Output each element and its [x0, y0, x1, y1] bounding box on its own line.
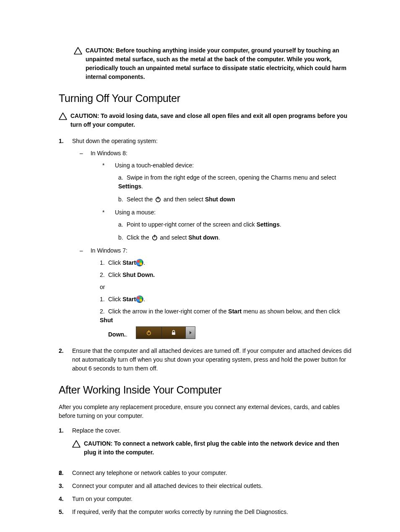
list-item: Using a mouse: a.Point to upper-right co… [102, 208, 352, 242]
bold-term: Down. [108, 330, 126, 339]
step-number: 5. [59, 508, 72, 516]
shutdown-menu-image [136, 326, 195, 339]
caution-triangle-icon [72, 440, 81, 450]
caution-block-section1: CAUTION: To avoid losing data, save and … [59, 112, 352, 129]
list-item: a.Point to upper-right corner of the scr… [118, 220, 352, 229]
step-text: Connect any telephone or network cables … [72, 469, 227, 476]
list-item: 2. Ensure that the computer and all atta… [59, 347, 352, 373]
os-label: In Windows 8: [91, 150, 127, 156]
step-text: Click [108, 271, 122, 278]
step-number: 1. [59, 426, 72, 464]
step-text: Swipe in from the right edge of the scre… [127, 174, 336, 181]
bold-term: Shut [100, 317, 113, 323]
step-number: 3. [59, 482, 72, 490]
caution-text: CAUTION: To avoid losing data, save and … [70, 112, 352, 129]
list-item: 4. Turn on your computer. [59, 495, 352, 503]
bold-term: Settings [118, 183, 141, 190]
bold-term: Start [122, 259, 136, 266]
list-item: 1. Shut down the operating system: In Wi… [59, 137, 352, 342]
list-item: 2.Click the arrow in the lower-right cor… [100, 307, 352, 339]
power-button-icon [136, 327, 162, 339]
step-letter: b. [118, 233, 127, 242]
bold-term: Start [228, 308, 242, 315]
list-item: b.Click the and select Shut down. [118, 233, 352, 242]
step-text: . [143, 259, 145, 266]
list-item: a.Swipe in from the right edge of the sc… [118, 173, 352, 191]
list-item: 1.Click Start. [100, 295, 352, 304]
step-text: and select [158, 234, 189, 241]
start-orb-icon [136, 295, 143, 303]
section-title-after-working: After Working Inside Your Computer [59, 382, 352, 398]
step-text: Replace the cover. [72, 427, 121, 434]
arrow-right-icon [186, 327, 195, 339]
step-letter: b. [118, 195, 127, 204]
step-text: Click [108, 296, 122, 303]
bold-term: Shut Down. [122, 271, 155, 278]
step-text: Click the [127, 234, 151, 241]
bold-term: Shut down [205, 196, 235, 203]
list-item: In Windows 7: 1.Click Start. 2.Click Shu… [81, 246, 352, 339]
list-item: 2. Connect any telephone or network cabl… [59, 469, 352, 477]
list-item: 2.Click Shut Down. [100, 271, 352, 279]
step-number: 4. [59, 495, 72, 503]
caution-triangle-icon [59, 112, 67, 123]
lettered-list: a.Point to upper-right corner of the scr… [118, 220, 352, 242]
step-text: Ensure that the computer and all attache… [72, 347, 351, 372]
power-icon [154, 196, 162, 203]
step-text: Connect your computer and all attached d… [72, 482, 262, 489]
step-text: Click [108, 259, 122, 266]
svg-rect-6 [172, 332, 175, 335]
step-number: 2. [100, 271, 108, 279]
step-text: . [218, 234, 220, 241]
step-number: 2. [59, 347, 72, 373]
inner-num-list: 1.Click Start. 2.Click the arrow in the … [100, 295, 352, 339]
step-number: 2. [100, 307, 108, 316]
step-text: and then select [162, 196, 205, 203]
method-list: Using a touch-enabled device: a.Swipe in… [102, 161, 352, 242]
step-number: 1. [100, 295, 108, 304]
step-number: 1. [100, 258, 108, 267]
list-item: 5. If required, verify that the computer… [59, 508, 352, 516]
lettered-list: a.Swipe in from the right edge of the sc… [118, 173, 352, 204]
list-item: Using a touch-enabled device: a.Swipe in… [102, 161, 352, 204]
step-text: Point to upper-right corner of the scree… [127, 221, 257, 228]
list-item: 3. Connect your computer and all attache… [59, 482, 352, 490]
list-item: 1. Replace the cover. CAUTION: To connec… [59, 426, 352, 464]
inner-num-list: 1.Click Start. 2.Click Shut Down. [100, 258, 352, 279]
caution-block-section2: CAUTION: To connect a network cable, fir… [72, 439, 352, 457]
power-icon [151, 234, 158, 241]
bold-term: Shut down [188, 234, 218, 241]
caution-text: CAUTION: Before touching anything inside… [86, 46, 352, 81]
method-label: Using a touch-enabled device: [115, 162, 194, 169]
step-text: menu as shown below, and then click [242, 308, 340, 315]
ordered-list-section2: 1. Replace the cover. CAUTION: To connec… [59, 426, 352, 516]
step-text: Select the [127, 196, 154, 203]
or-label: or [100, 283, 352, 292]
step-text: . [143, 296, 145, 303]
step-text: Turn on your computer. [72, 495, 132, 502]
step-text: If required, verify that the computer wo… [72, 509, 288, 515]
step-text: . [280, 221, 281, 228]
step-letter: a. [118, 220, 127, 229]
caution-text: CAUTION: To connect a network cable, fir… [84, 439, 352, 457]
step-text: . [141, 183, 143, 190]
intro-paragraph: After you complete any replacement proce… [59, 403, 352, 420]
page-number: 6 [59, 469, 62, 477]
step-number: 1. [59, 137, 72, 342]
start-orb-icon [136, 259, 143, 266]
section-title-turning-off: Turning Off Your Computer [59, 91, 352, 107]
bold-term: Settings [257, 221, 280, 228]
step-text: Click the arrow in the lower-right corne… [108, 308, 228, 315]
ordered-list-section1: 1. Shut down the operating system: In Wi… [59, 137, 352, 373]
step-text: . [126, 330, 127, 339]
os-label: In Windows 7: [91, 247, 127, 254]
caution-triangle-icon [74, 47, 82, 57]
lock-button-icon [162, 327, 186, 339]
step-text: Shut down the operating system: [72, 138, 158, 144]
list-item: b.Select the and then select Shut down [118, 195, 352, 204]
step-letter: a. [118, 173, 127, 182]
list-item: 1.Click Start. [100, 258, 352, 267]
list-item: In Windows 8: Using a touch-enabled devi… [81, 149, 352, 242]
bold-term: Start [122, 296, 136, 303]
os-list: In Windows 8: Using a touch-enabled devi… [81, 149, 352, 339]
